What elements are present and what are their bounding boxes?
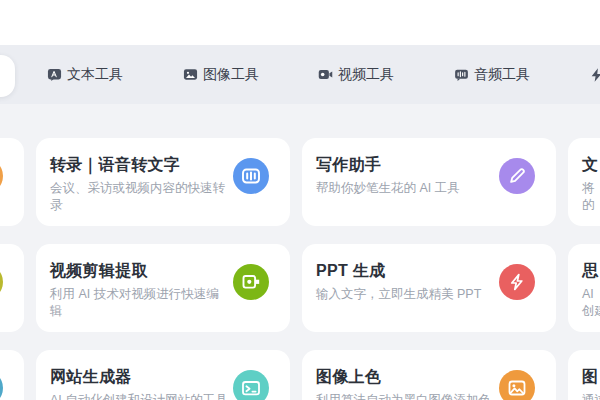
card-desc: 输入文字，立即生成精美 PPT	[316, 286, 496, 303]
card-icon	[0, 370, 3, 400]
card-title: 转录｜语音转文字	[50, 153, 230, 176]
text-tool-icon	[47, 67, 62, 82]
pencil-icon	[499, 158, 535, 194]
video-tool-icon	[318, 67, 333, 82]
card-ppt-generator[interactable]: PPT 生成 输入文字，立即生成精美 PPT	[302, 244, 556, 332]
card-title: 写作助手	[316, 153, 496, 176]
card-title: PPT 生成	[316, 259, 496, 282]
card-title: 文	[582, 153, 600, 176]
terminal-icon	[233, 370, 269, 400]
card-desc: 帮助你妙笔生花的 AI 工具	[316, 180, 496, 197]
card-transcribe[interactable]: 转录｜语音转文字 会议、采访或视频内容的快速转录	[36, 138, 290, 226]
card-desc: 通过	[582, 392, 600, 400]
card-writing-assistant[interactable]: 写作助手 帮助你妙笔生花的 AI 工具	[302, 138, 556, 226]
tab-list: 文本工具 图像工具 视频工具 音频工具	[0, 45, 600, 104]
video-camera-icon	[233, 264, 269, 300]
card-cut-right-2[interactable]: 思 AI 创建	[568, 244, 600, 332]
lightning-bolt-icon	[499, 264, 535, 300]
card-title: 图	[582, 365, 600, 388]
card-icon	[0, 264, 3, 300]
category-tab-bar: 文本工具 图像工具 视频工具 音频工具	[0, 45, 600, 104]
transcribe-icon	[233, 158, 269, 194]
card-title: 网站生成器	[50, 365, 230, 388]
tab-label: 音频工具	[474, 66, 530, 84]
tab-label: 图像工具	[203, 66, 259, 84]
card-desc: AI 创建	[582, 286, 600, 320]
card-title: 视频剪辑提取	[50, 259, 230, 282]
image-tool-icon	[183, 67, 198, 82]
card-image-colorize[interactable]: 图像上色 利用算法自动为黑白图像添加色彩	[302, 350, 556, 400]
tab-audio-tools[interactable]: 音频工具	[454, 66, 530, 84]
card-cut-left-2[interactable]	[0, 244, 24, 332]
card-cut-left-3[interactable]	[0, 350, 24, 400]
card-cut-left-1[interactable]	[0, 138, 24, 226]
card-cut-right-1[interactable]: 文 将 的	[568, 138, 600, 226]
card-desc: 利用算法自动为黑白图像添加色彩	[316, 392, 496, 400]
card-icon	[0, 158, 3, 194]
picture-icon	[499, 370, 535, 400]
card-website-generator[interactable]: 网站生成器 AI 自动化创建和设计网站的工具	[36, 350, 290, 400]
top-white-strip	[0, 0, 600, 45]
lightning-tool-icon	[589, 67, 600, 82]
tab-video-tools[interactable]: 视频工具	[318, 66, 394, 84]
tool-card-grid: 转录｜语音转文字 会议、采访或视频内容的快速转录 写作助手 帮助你妙笔生花的 A…	[0, 138, 600, 400]
card-desc: 会议、采访或视频内容的快速转录	[50, 180, 230, 214]
card-desc: AI 自动化创建和设计网站的工具	[50, 392, 230, 400]
card-desc: 利用 AI 技术对视频进行快速编辑	[50, 286, 230, 320]
tab-label: 文本工具	[67, 66, 123, 84]
card-title: 图像上色	[316, 365, 496, 388]
tab-efficiency-tools[interactable]	[589, 67, 600, 82]
tab-label: 视频工具	[338, 66, 394, 84]
card-cut-right-3[interactable]: 图 通过	[568, 350, 600, 400]
tab-image-tools[interactable]: 图像工具	[183, 66, 259, 84]
card-title: 思	[582, 259, 600, 282]
card-video-clip[interactable]: 视频剪辑提取 利用 AI 技术对视频进行快速编辑	[36, 244, 290, 332]
tab-text-tools[interactable]: 文本工具	[47, 66, 123, 84]
audio-tool-icon	[454, 67, 469, 82]
card-desc: 将 的	[582, 180, 600, 214]
